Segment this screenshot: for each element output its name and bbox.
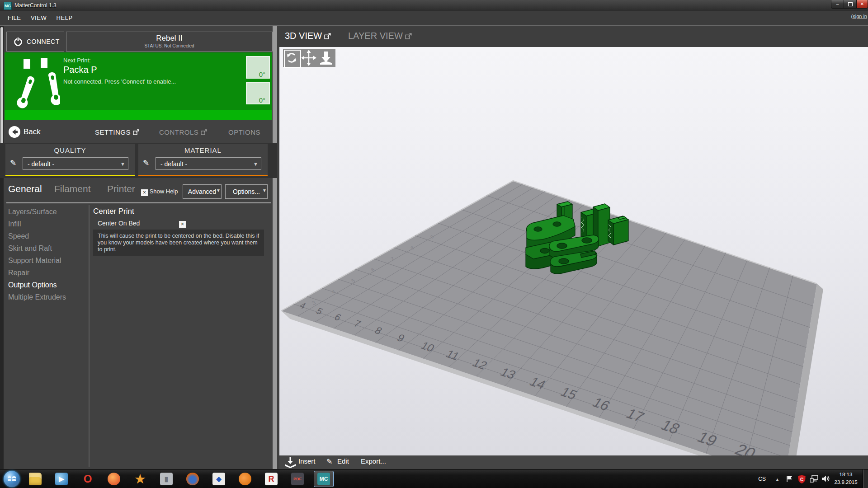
- move-icon: [301, 50, 316, 66]
- left-scrollbar-track[interactable]: [0, 26, 4, 469]
- edit-pencil-icon: ✎: [326, 457, 332, 466]
- blender-icon: [239, 473, 251, 485]
- power-icon: [13, 37, 23, 47]
- tab-filament[interactable]: Filament: [54, 183, 91, 194]
- 3d-viewport[interactable]: 4567891011121314151617181920 3456789: [279, 47, 868, 455]
- taskbar-icon-blender[interactable]: [235, 471, 255, 487]
- export-button[interactable]: Export...: [361, 457, 386, 465]
- tab-layer-view[interactable]: LAYER VIEW: [348, 31, 412, 41]
- taskbar-icon-firefox[interactable]: [183, 471, 203, 487]
- show-help-checkbox[interactable]: × Show Help: [141, 188, 178, 196]
- back-arrow-icon: [8, 126, 21, 138]
- category-support-material[interactable]: Support Material: [8, 257, 87, 265]
- minimize-button[interactable]: –: [831, 0, 844, 9]
- show-desktop-button[interactable]: [863, 469, 868, 488]
- menu-bar: FILE VIEW HELP: [0, 11, 868, 25]
- category-multiple-extruders[interactable]: Multiple Extruders: [8, 293, 87, 301]
- menu-file[interactable]: FILE: [8, 14, 21, 21]
- tab-settings[interactable]: SETTINGS: [95, 128, 140, 136]
- popout-icon: [405, 33, 412, 39]
- mattercontrol-icon: MC: [317, 473, 330, 485]
- windows-flag-icon: [8, 476, 16, 482]
- bed-temp[interactable]: 0°: [246, 82, 270, 104]
- taskbar-icon-explorer[interactable]: [25, 471, 45, 487]
- pdf-app-icon: PDF: [291, 473, 304, 485]
- popout-icon: [201, 129, 208, 135]
- popout-icon: [133, 129, 140, 135]
- language-indicator[interactable]: CS: [758, 476, 766, 482]
- tab-3d-view[interactable]: 3D VIEW: [285, 31, 331, 41]
- extruder-temp[interactable]: 0°: [246, 56, 270, 79]
- chevron-down-icon: ▼: [120, 158, 125, 170]
- category-infill[interactable]: Infill: [8, 220, 87, 228]
- checkbox-checked-icon: ×: [179, 221, 186, 228]
- taskbar-icon-media-player[interactable]: ▶: [52, 471, 71, 487]
- tab-options[interactable]: OPTIONS: [228, 128, 260, 136]
- tab-controls[interactable]: CONTROLS: [159, 128, 208, 136]
- insert-button[interactable]: Insert: [298, 457, 316, 465]
- category-skirt-and-raft[interactable]: Skirt and Raft: [8, 244, 87, 253]
- taskbar-icon-r-app[interactable]: R: [261, 471, 281, 487]
- edit-pencil-icon[interactable]: ✎: [143, 158, 149, 168]
- r-app-icon: R: [265, 473, 278, 485]
- chevron-down-icon: ▼: [253, 158, 258, 170]
- drop-to-bed-tool-button[interactable]: [318, 50, 334, 66]
- antivirus-shield-icon[interactable]: C: [798, 475, 806, 483]
- tab-printer[interactable]: Printer: [107, 183, 135, 194]
- quality-dropdown[interactable]: - default -▼: [23, 157, 128, 170]
- checkbox-checked-icon: ×: [141, 189, 148, 196]
- back-button[interactable]: [8, 126, 21, 138]
- next-print-label: Next Print:: [63, 57, 91, 64]
- taskbar-icon-opera[interactable]: O: [78, 471, 98, 487]
- tab-general[interactable]: General: [8, 183, 42, 194]
- star-app-icon: ★: [134, 473, 146, 485]
- settings-category-list: Layers/SurfaceInfillSpeedSkirt and RaftS…: [8, 208, 87, 305]
- taskbar-icon-pdf-app[interactable]: PDF: [288, 471, 307, 487]
- desktop: MC MatterControl 1.3 – ✕ FILE VIEW HELP …: [0, 0, 868, 488]
- connect-button[interactable]: CONNECT: [6, 32, 64, 52]
- network-icon[interactable]: [810, 475, 819, 483]
- taskbar: ▶O★▮◆RPDFMC CS ▲ C 18:1: [0, 469, 868, 488]
- action-center-flag-icon[interactable]: [786, 475, 793, 483]
- hidden-icons-arrow[interactable]: ▲: [775, 477, 779, 482]
- menu-help[interactable]: HELP: [57, 14, 73, 21]
- center-on-bed-checkbox[interactable]: ×: [179, 219, 186, 228]
- volume-icon[interactable]: [822, 475, 830, 483]
- options-menu-button[interactable]: Options...▼: [225, 184, 268, 199]
- category-output-options[interactable]: Output Options: [8, 281, 87, 289]
- category-separator: [89, 205, 90, 467]
- category-repair[interactable]: Repair: [8, 269, 87, 277]
- edit-pencil-icon[interactable]: ✎: [10, 158, 16, 168]
- material-preset: MATERIAL ✎ - default -▼: [138, 144, 268, 176]
- panel-nav: Back SETTINGS CONTROLS OPTIONS: [0, 123, 277, 142]
- category-layers-surface[interactable]: Layers/Surface: [8, 208, 87, 216]
- connect-label: CONNECT: [27, 38, 60, 45]
- advanced-button[interactable]: Advanced▼: [183, 184, 222, 199]
- view-tabs: 3D VIEW LAYER VIEW: [279, 26, 868, 47]
- taskbar-icon-browser[interactable]: [104, 471, 124, 487]
- insert-icon: [284, 456, 297, 468]
- next-print-name: Packa P: [63, 65, 97, 75]
- printer-selector[interactable]: Rebel II STATUS: Not Connected: [66, 32, 273, 52]
- taskbar-icon-star-app[interactable]: ★: [130, 471, 150, 487]
- taskbar-icon-mattercontrol[interactable]: MC: [314, 471, 334, 487]
- back-label[interactable]: Back: [24, 127, 41, 136]
- panel-scrollbar-track[interactable]: [273, 26, 277, 469]
- disk-app-icon: ◆: [212, 473, 225, 485]
- sign-in-link[interactable]: (sign in: [851, 14, 867, 19]
- clock[interactable]: 18:13 23.9.2015: [830, 471, 862, 486]
- clock-date: 23.9.2015: [830, 479, 862, 486]
- maximize-button[interactable]: [844, 0, 857, 9]
- taskbar-icon-usb-device[interactable]: ▮: [156, 471, 176, 487]
- edit-button[interactable]: Edit: [337, 457, 349, 465]
- title-bar: MC MatterControl 1.3 – ✕: [0, 0, 868, 11]
- menu-view[interactable]: VIEW: [31, 14, 47, 21]
- taskbar-icon-disk-app[interactable]: ◆: [209, 471, 229, 487]
- material-dropdown[interactable]: - default -▼: [156, 157, 261, 170]
- rotate-tool-button[interactable]: [284, 50, 301, 68]
- category-speed[interactable]: Speed: [8, 232, 87, 240]
- close-button[interactable]: ✕: [856, 0, 868, 9]
- svg-text:C: C: [800, 477, 803, 482]
- start-button[interactable]: [4, 471, 20, 487]
- move-tool-button[interactable]: [301, 50, 316, 66]
